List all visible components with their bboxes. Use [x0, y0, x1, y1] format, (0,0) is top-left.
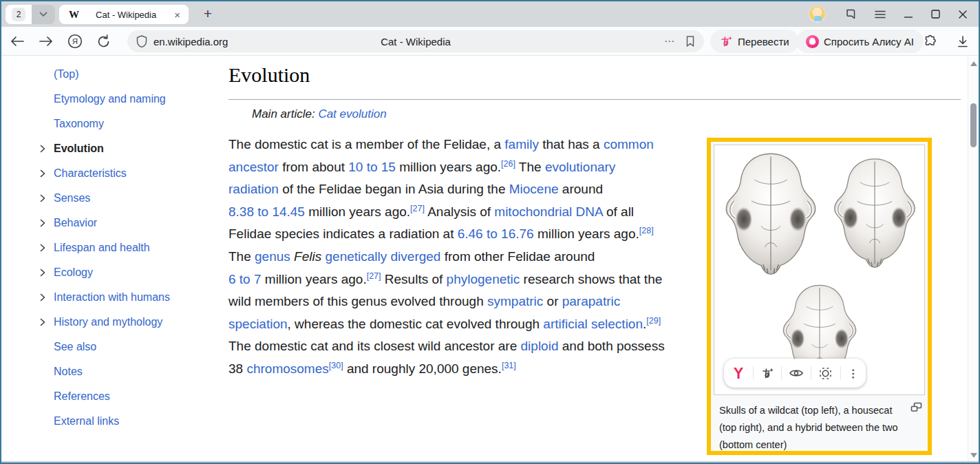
site-security-shield-icon[interactable] — [136, 34, 148, 48]
chevron-right-icon[interactable] — [39, 194, 47, 202]
translate-image-icon[interactable] — [761, 367, 774, 380]
sidebar-item-senses[interactable]: Senses — [1, 186, 208, 211]
citation-link[interactable]: [26] — [501, 158, 515, 168]
translate-icon — [720, 35, 733, 48]
scrollbar-thumb[interactable] — [970, 103, 977, 147]
kebab-menu-icon[interactable]: ⋮ — [848, 367, 859, 380]
minimize-icon — [904, 10, 913, 19]
scroll-down-arrow[interactable] — [970, 453, 977, 458]
article-link[interactable]: parapatric — [562, 294, 621, 308]
close-window-button[interactable] — [958, 10, 968, 19]
citation-link[interactable]: [30] — [329, 361, 343, 370]
chevron-right-icon[interactable] — [39, 318, 47, 326]
back-button[interactable] — [10, 36, 25, 47]
ask-alice-button[interactable]: Спросить Алису AI — [796, 30, 924, 53]
sidebar-item-evolution[interactable]: Evolution — [1, 136, 208, 161]
tab-list-dropdown[interactable] — [32, 5, 55, 24]
chevron-right-icon[interactable] — [39, 145, 47, 153]
main-article-link[interactable]: Cat evolution — [318, 107, 386, 120]
article-link[interactable]: 10 to 15 — [348, 160, 396, 174]
article-link[interactable]: genus — [255, 249, 290, 264]
eye-icon[interactable] — [789, 368, 804, 379]
new-tab-button[interactable]: + — [198, 4, 217, 23]
sidebar-item-interaction[interactable]: Interaction with humans — [1, 285, 208, 310]
article-link[interactable]: radiation — [228, 182, 279, 196]
yandex-ya-icon: Я — [67, 34, 83, 49]
sidebar-item-ecology[interactable]: Ecology — [1, 260, 208, 285]
sidebar-item-characteristics[interactable]: Characteristics — [1, 161, 208, 186]
citation-link[interactable]: [28] — [639, 226, 654, 235]
article-link[interactable]: chromosomes — [246, 361, 328, 376]
tab-count-badge: 2 — [12, 8, 25, 21]
window-bottom-edge — [1, 461, 979, 463]
image-search-lens-icon[interactable] — [818, 366, 833, 381]
table-of-contents: (Top) Etymology and naming Taxonomy Evol… — [1, 62, 208, 434]
chevron-right-icon[interactable] — [39, 219, 47, 227]
expand-image-icon[interactable] — [910, 402, 922, 412]
article-link[interactable]: speciation — [228, 317, 288, 331]
sidebar-item-lifespan[interactable]: Lifespan and health — [1, 235, 208, 260]
article-link[interactable]: genetically diverged — [326, 249, 441, 264]
url-overflow-menu[interactable]: ⋯ — [664, 35, 675, 48]
article-link[interactable]: phylogenetic — [447, 272, 520, 286]
scroll-up-arrow[interactable] — [970, 61, 977, 66]
sidebar-item-history[interactable]: History and mythology — [1, 310, 208, 335]
image-hover-toolbar: ⋮ — [724, 359, 866, 388]
sidebar-item-references[interactable]: References — [1, 384, 208, 409]
article-link[interactable]: Miocene — [509, 182, 559, 196]
minimize-button[interactable] — [904, 10, 913, 19]
article-link[interactable]: common — [604, 137, 654, 151]
chevron-right-icon[interactable] — [39, 244, 47, 252]
chevron-right-icon[interactable] — [39, 268, 47, 277]
article-link[interactable]: 6 to 7 — [228, 272, 262, 286]
article-paragraph: The domestic cat is a member of the Feli… — [228, 134, 717, 381]
page-scrollbar[interactable] — [968, 56, 979, 463]
maximize-icon — [931, 10, 940, 19]
sidebar-item-see-also[interactable]: See also — [1, 335, 208, 359]
citation-link[interactable]: [31] — [502, 361, 516, 370]
article-link[interactable]: family — [504, 137, 539, 151]
tab-title: Cat - Wikipedia — [79, 10, 173, 20]
article-link[interactable]: 6.46 to 16.76 — [458, 226, 534, 241]
article-link[interactable]: mitochondrial DNA — [494, 204, 602, 219]
sidebar-item-etymology[interactable]: Etymology and naming — [1, 87, 208, 112]
sidebar-item-top[interactable]: (Top) — [1, 62, 208, 87]
yandex-y-icon[interactable] — [731, 366, 746, 381]
sidebar-item-taxonomy[interactable]: Taxonomy — [1, 112, 208, 136]
sidebar-item-notes[interactable]: Notes — [1, 359, 208, 384]
tab-counter[interactable]: 2 — [6, 5, 55, 24]
article-link[interactable]: 8.38 to 14.45 — [228, 204, 305, 219]
extensions-button[interactable] — [924, 34, 937, 48]
citation-link[interactable]: [27] — [410, 203, 425, 213]
tab-close-icon[interactable]: × — [173, 9, 182, 21]
skulls-image[interactable]: ⋮ — [714, 145, 925, 395]
puzzle-icon — [924, 34, 937, 48]
chevron-right-icon[interactable] — [39, 169, 47, 178]
tab-cat-wikipedia[interactable]: W Cat - Wikipedia × — [59, 5, 189, 24]
maximize-button[interactable] — [931, 10, 940, 19]
article-link[interactable]: sympatric — [487, 294, 543, 308]
menu-button[interactable] — [875, 10, 886, 19]
article-link[interactable]: diploid — [521, 339, 559, 353]
chevron-down-icon — [39, 12, 47, 17]
reload-button[interactable] — [96, 34, 111, 49]
download-icon — [957, 35, 969, 48]
chevron-right-icon[interactable] — [39, 293, 47, 302]
url-field[interactable]: en.wikipedia.org Cat - Wikipedia ⋯ — [127, 30, 704, 52]
article-link[interactable]: evolutionary — [545, 160, 615, 174]
citation-link[interactable]: [27] — [367, 271, 381, 280]
yandex-start-button[interactable]: Я — [67, 34, 83, 49]
tab-counter-button[interactable]: 2 — [6, 5, 32, 24]
article-link[interactable]: ancestor — [228, 160, 279, 174]
arrow-right-icon — [39, 36, 54, 47]
sidebar-item-behavior[interactable]: Behavior — [1, 211, 208, 235]
citation-link[interactable]: [29] — [646, 315, 661, 325]
translate-button[interactable]: Перевести — [710, 30, 799, 53]
forward-button[interactable] — [39, 36, 54, 47]
article-link[interactable]: artificial selection — [543, 317, 643, 331]
bookmark-icon[interactable] — [685, 35, 696, 48]
profile-avatar[interactable] — [809, 6, 826, 23]
side-panel-button[interactable] — [844, 8, 857, 21]
downloads-button[interactable] — [957, 35, 969, 48]
sidebar-item-external-links[interactable]: External links — [1, 409, 208, 434]
